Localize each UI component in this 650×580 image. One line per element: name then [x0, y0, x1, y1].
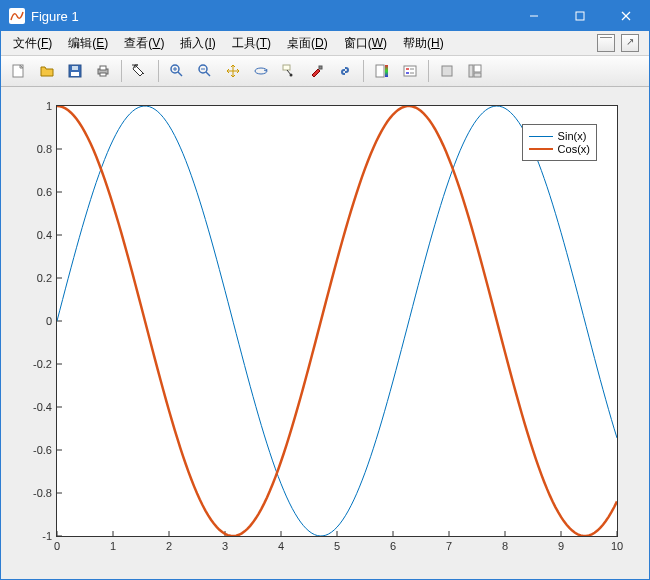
legend[interactable]: Sin(x)Cos(x) — [522, 124, 597, 161]
y-tick-label: -0.2 — [33, 358, 57, 370]
figure-canvas: Sin(x)Cos(x) -1-0.8-0.6-0.4-0.200.20.40.… — [1, 87, 649, 579]
separator — [363, 60, 364, 82]
new-figure-button[interactable] — [6, 58, 32, 84]
svg-line-13 — [178, 72, 182, 76]
svg-rect-20 — [283, 65, 290, 70]
menu-item-7[interactable]: 帮助(H) — [395, 33, 452, 54]
x-tick-label: 4 — [278, 536, 284, 552]
y-tick-label: 0.4 — [37, 229, 57, 241]
app-icon — [9, 8, 25, 24]
x-tick-label: 9 — [558, 536, 564, 552]
x-tick-label: 1 — [110, 536, 116, 552]
open-file-button[interactable] — [34, 58, 60, 84]
svg-rect-7 — [71, 72, 79, 76]
legend-label: Sin(x) — [558, 130, 587, 142]
minimize-button[interactable] — [511, 1, 557, 31]
separator — [121, 60, 122, 82]
x-tick-label: 8 — [502, 536, 508, 552]
svg-rect-32 — [469, 65, 473, 77]
menu-item-3[interactable]: 插入(I) — [172, 33, 223, 54]
y-tick-label: -0.6 — [33, 444, 57, 456]
menu-item-6[interactable]: 窗口(W) — [336, 33, 395, 54]
y-tick-label: 0.2 — [37, 272, 57, 284]
x-tick-label: 3 — [222, 536, 228, 552]
window-title: Figure 1 — [31, 9, 511, 24]
x-tick-label: 6 — [390, 536, 396, 552]
print-button[interactable] — [90, 58, 116, 84]
x-tick-label: 7 — [446, 536, 452, 552]
svg-rect-2 — [576, 12, 584, 20]
x-tick-label: 5 — [334, 536, 340, 552]
svg-line-17 — [206, 72, 210, 76]
save-button[interactable] — [62, 58, 88, 84]
x-tick-label: 10 — [611, 536, 623, 552]
menu-item-0[interactable]: 文件(F) — [5, 33, 60, 54]
undock-button[interactable] — [621, 34, 639, 52]
pan-button[interactable] — [220, 58, 246, 84]
svg-point-22 — [290, 74, 293, 77]
axes[interactable]: Sin(x)Cos(x) -1-0.8-0.6-0.4-0.200.20.40.… — [56, 105, 618, 537]
data-cursor-button[interactable] — [276, 58, 302, 84]
plot-lines — [57, 106, 617, 536]
maximize-button[interactable] — [557, 1, 603, 31]
hide-plot-tools-button[interactable] — [434, 58, 460, 84]
separator — [158, 60, 159, 82]
zoom-out-button[interactable] — [192, 58, 218, 84]
dock-button[interactable] — [597, 34, 615, 52]
show-plot-tools-button[interactable] — [462, 58, 488, 84]
separator — [428, 60, 429, 82]
x-tick-label: 0 — [54, 536, 60, 552]
y-tick-label: 0 — [46, 315, 57, 327]
rotate-3d-button[interactable] — [248, 58, 274, 84]
svg-rect-10 — [100, 66, 106, 70]
svg-rect-24 — [376, 65, 384, 77]
brush-button[interactable] — [304, 58, 330, 84]
menubar: 文件(F)编辑(E)查看(V)插入(I)工具(T)桌面(D)窗口(W)帮助(H) — [1, 31, 649, 56]
menu-item-5[interactable]: 桌面(D) — [279, 33, 336, 54]
legend-entry[interactable]: Cos(x) — [529, 143, 590, 155]
insert-colorbar-button[interactable] — [369, 58, 395, 84]
svg-rect-8 — [72, 66, 78, 70]
svg-rect-25 — [385, 65, 388, 77]
series-Sin(x) — [57, 106, 617, 536]
menu-item-4[interactable]: 工具(T) — [224, 33, 279, 54]
series-Cos(x) — [57, 106, 617, 536]
legend-label: Cos(x) — [558, 143, 590, 155]
toolbar — [1, 56, 649, 87]
y-tick-label: 0.8 — [37, 143, 57, 155]
legend-swatch-icon — [529, 136, 553, 137]
y-tick-label: -0.4 — [33, 401, 57, 413]
svg-rect-34 — [474, 73, 481, 77]
edit-plot-button[interactable] — [127, 58, 153, 84]
svg-rect-31 — [442, 66, 452, 76]
zoom-in-button[interactable] — [164, 58, 190, 84]
legend-entry[interactable]: Sin(x) — [529, 130, 590, 142]
y-tick-label: 1 — [46, 100, 57, 112]
y-tick-label: 0.6 — [37, 186, 57, 198]
titlebar: Figure 1 — [1, 1, 649, 31]
menu-item-1[interactable]: 编辑(E) — [60, 33, 116, 54]
y-tick-label: -0.8 — [33, 487, 57, 499]
svg-rect-33 — [474, 65, 481, 72]
link-data-button[interactable] — [332, 58, 358, 84]
svg-rect-23 — [319, 66, 322, 69]
menu-item-2[interactable]: 查看(V) — [116, 33, 172, 54]
insert-legend-button[interactable] — [397, 58, 423, 84]
legend-swatch-icon — [529, 148, 553, 150]
x-tick-label: 2 — [166, 536, 172, 552]
svg-rect-11 — [100, 73, 106, 76]
close-button[interactable] — [603, 1, 649, 31]
svg-rect-26 — [404, 66, 416, 76]
